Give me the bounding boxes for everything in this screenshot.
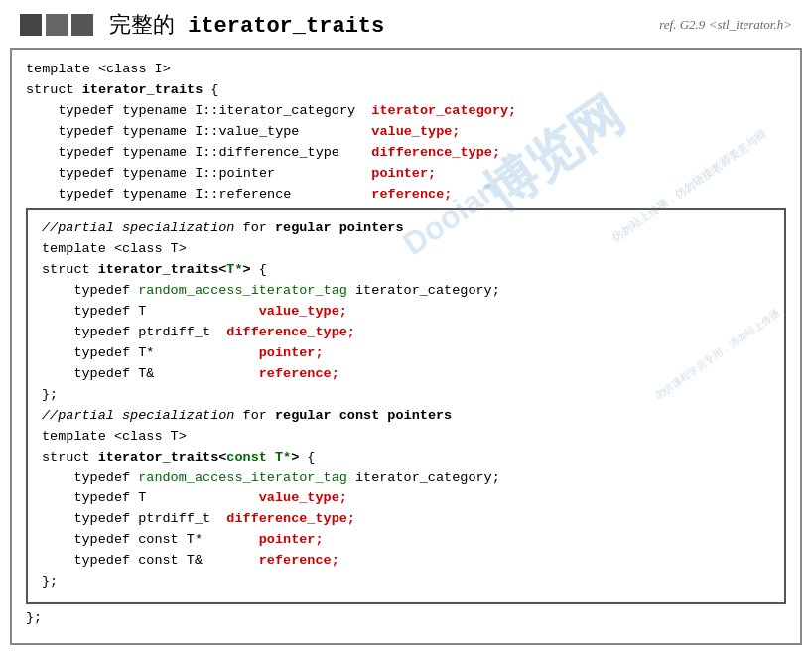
inner-line-7: typedef T& reference; [42,364,770,385]
inner2-line-8: }; [42,572,770,593]
page-title: 完整的 iterator_traits [109,10,659,40]
inner2-line-5: typedef ptrdiff_t difference_type; [42,509,770,530]
outer-code-box: template <class I> struct iterator_trait… [10,48,802,645]
icon-block-3 [71,14,93,36]
inner2-line-3: typedef random_access_iterator_tag itera… [42,468,770,489]
header-ref: ref. G2.9 <stl_iterator.h> [659,17,792,33]
header-icons [20,14,93,36]
title-prefix: 完整的 [109,14,188,39]
code-line-6: typedef typename I::pointer pointer; [26,164,786,185]
inner2-line-2: struct iterator_traits<const T*> { [42,448,770,468]
title-code: iterator_traits [188,14,384,39]
code-line-1: template <class I> [26,60,786,80]
inner-line-4: typedef T value_type; [42,302,770,323]
code-line-5: typedef typename I::difference_type diff… [26,143,786,164]
inner-line-1: template <class T> [42,239,770,260]
code-line-2: struct iterator_traits { [26,80,786,101]
inner-line-8: }; [42,385,770,406]
inner2-line-4: typedef T value_type; [42,488,770,509]
inner2-line-7: typedef const T& reference; [42,551,770,572]
code-line-7: typedef typename I::reference reference; [26,185,786,205]
header: 完整的 iterator_traits ref. G2.9 <stl_itera… [0,0,812,48]
inner2-line-6: typedef const T* pointer; [42,530,770,551]
inner-line-3: typedef random_access_iterator_tag itera… [42,281,770,302]
comment-line-1: //partial specialization for regular poi… [42,218,770,239]
inner-line-2: struct iterator_traits<T*> { [42,260,770,281]
inner-line-5: typedef ptrdiff_t difference_type; [42,323,770,343]
icon-block-1 [20,14,42,36]
page-container: 完整的 iterator_traits ref. G2.9 <stl_itera… [0,0,812,669]
code-line-4: typedef typename I::value_type value_typ… [26,122,786,143]
outer-closing-brace: }; [26,608,786,629]
comment-line-2: //partial specialization for regular con… [42,406,770,427]
code-line-3: typedef typename I::iterator_category it… [26,101,786,122]
inner2-line-1: template <class T> [42,427,770,448]
icon-block-2 [46,14,68,36]
inner-code-box: //partial specialization for regular poi… [26,208,786,604]
inner-line-6: typedef T* pointer; [42,343,770,364]
